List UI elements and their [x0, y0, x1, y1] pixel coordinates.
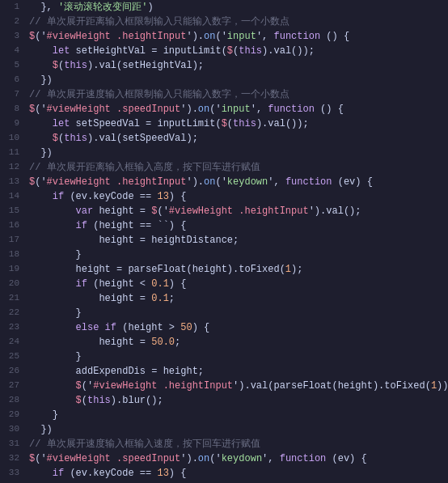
table-row: 9 let setSpeedVal = inputLimit($(this).v… [0, 117, 448, 131]
code-content: height = parseFloat(height).toFixed(1); [29, 262, 448, 277]
table-row: 17 height = heightDistance; [0, 233, 448, 248]
table-row: 27 $('#viewHeight .heightInput').val(par… [0, 379, 448, 393]
line-number: 15 [6, 204, 29, 218]
code-content: }) [29, 422, 448, 437]
line-number: 11 [6, 146, 29, 159]
code-content: if (height == ``) { [29, 218, 448, 233]
code-content: } [29, 408, 448, 422]
line-number: 23 [6, 320, 29, 334]
table-row: 24 height = 50.0; [0, 335, 448, 350]
line-number: 7 [6, 87, 29, 101]
code-content: if (ev.keyCode == 13) { [29, 189, 448, 204]
table-row: 23 else if (height > 50) { [0, 320, 448, 335]
table-row: 14 if (ev.keyCode == 13) { [0, 189, 448, 204]
code-content: $('#viewHeight .heightInput').on('keydow… [29, 175, 448, 189]
code-content: } [29, 248, 448, 262]
line-number: 19 [6, 262, 29, 276]
code-content: // 单次展开速度输入框输入速度，按下回车进行赋值 [29, 437, 448, 451]
code-content: $(this).val(setSpeedVal); [29, 131, 448, 146]
code-content: // 单次展开距离输入框输入高度，按下回车进行赋值 [29, 160, 448, 175]
table-row: 12// 单次展开距离输入框输入高度，按下回车进行赋值 [0, 160, 448, 175]
code-content: $('#viewHeight .speedInput').on('keydown… [29, 451, 448, 466]
line-number: 12 [6, 160, 29, 174]
table-row: 31// 单次展开速度输入框输入速度，按下回车进行赋值 [0, 437, 448, 451]
line-number: 29 [6, 408, 29, 422]
code-content: $(this).blur(); [29, 393, 448, 408]
line-number: 10 [6, 131, 29, 145]
line-number: 16 [6, 218, 29, 232]
table-row: 4 let setHeightVal = inputLimit($(this).… [0, 44, 448, 58]
line-number: 31 [6, 437, 29, 451]
table-row: 28 $(this).blur(); [0, 393, 448, 408]
line-number: 27 [6, 379, 29, 392]
table-row: 22 } [0, 306, 448, 320]
line-number: 1 [6, 0, 29, 14]
table-row: 5 $(this).val(setHeightVal); [0, 58, 448, 73]
code-content: // 单次展开距离输入框限制输入只能输入数字，一个小数点 [29, 15, 448, 29]
line-number: 8 [6, 102, 29, 116]
line-number: 22 [6, 306, 29, 320]
line-number: 14 [6, 189, 29, 203]
line-number: 17 [6, 233, 29, 247]
table-row: 30 }) [0, 422, 448, 437]
line-number: 28 [6, 393, 29, 407]
line-number: 18 [6, 248, 29, 261]
table-row: 29 } [0, 408, 448, 422]
table-row: 16 if (height == ``) { [0, 218, 448, 233]
line-number: 25 [6, 350, 29, 363]
table-row: 8$('#viewHeight .speedInput').on('input'… [0, 102, 448, 117]
line-number: 3 [6, 29, 29, 43]
code-content: $('#viewHeight .heightInput').on('input'… [29, 29, 448, 44]
code-content: } [29, 350, 448, 364]
code-content: if (height < 0.1) { [29, 277, 448, 291]
line-number: 32 [6, 451, 29, 465]
code-content: }, '滚动滚轮改变间距') [29, 0, 448, 15]
code-content: }) [29, 146, 448, 160]
code-content: height = 0.1; [29, 291, 448, 306]
line-number: 2 [6, 15, 29, 28]
line-number: 21 [6, 291, 29, 305]
line-number: 6 [6, 73, 29, 87]
table-row: 33 if (ev.keyCode == 13) { [0, 466, 448, 481]
line-number: 30 [6, 422, 29, 436]
code-content: else if (height > 50) { [29, 320, 448, 335]
table-row: 11 }) [0, 146, 448, 160]
code-content: if (ev.keyCode == 13) { [29, 466, 448, 481]
table-row: 18 } [0, 248, 448, 262]
code-content: }) [29, 73, 448, 87]
line-number: 13 [6, 175, 29, 189]
line-number: 20 [6, 277, 29, 290]
code-content: height = heightDistance; [29, 233, 448, 248]
table-row: 10 $(this).val(setSpeedVal); [0, 131, 448, 146]
code-content: addExpendDis = height; [29, 364, 448, 379]
code-content: var height = $('#viewHeight .heightInput… [29, 204, 448, 218]
code-content: $('#viewHeight .heightInput').val(parseF… [29, 379, 448, 393]
table-row: 13$('#viewHeight .heightInput').on('keyd… [0, 175, 448, 189]
line-number: 33 [6, 466, 29, 480]
code-content: } [29, 306, 448, 320]
table-row: 32$('#viewHeight .speedInput').on('keydo… [0, 451, 448, 466]
line-number: 24 [6, 335, 29, 349]
code-content: $(this).val(setHeightVal); [29, 58, 448, 73]
table-row: 15 var height = $('#viewHeight .heightIn… [0, 204, 448, 218]
code-content: // 单次展开速度输入框限制输入只能输入数字，一个小数点 [29, 87, 448, 102]
line-number: 9 [6, 117, 29, 130]
code-content: height = 50.0; [29, 335, 448, 350]
code-editor: 1 }, '滚动滚轮改变间距')2// 单次展开距离输入框限制输入只能输入数字，… [0, 0, 448, 483]
code-content: $('#viewHeight .speedInput').on('input',… [29, 102, 448, 117]
line-number: 4 [6, 44, 29, 57]
line-number: 26 [6, 364, 29, 378]
table-row: 7// 单次展开速度输入框限制输入只能输入数字，一个小数点 [0, 87, 448, 102]
table-row: 25 } [0, 350, 448, 364]
table-row: 6 }) [0, 73, 448, 87]
line-number: 5 [6, 58, 29, 72]
code-content: let setSpeedVal = inputLimit($(this).val… [29, 117, 448, 131]
table-row: 1 }, '滚动滚轮改变间距') [0, 0, 448, 15]
table-row: 3$('#viewHeight .heightInput').on('input… [0, 29, 448, 44]
table-row: 26 addExpendDis = height; [0, 364, 448, 379]
table-row: 19 height = parseFloat(height).toFixed(1… [0, 262, 448, 277]
table-row: 20 if (height < 0.1) { [0, 277, 448, 291]
code-content: let setHeightVal = inputLimit($(this).va… [29, 44, 448, 58]
table-row: 21 height = 0.1; [0, 291, 448, 306]
table-row: 2// 单次展开距离输入框限制输入只能输入数字，一个小数点 [0, 15, 448, 29]
